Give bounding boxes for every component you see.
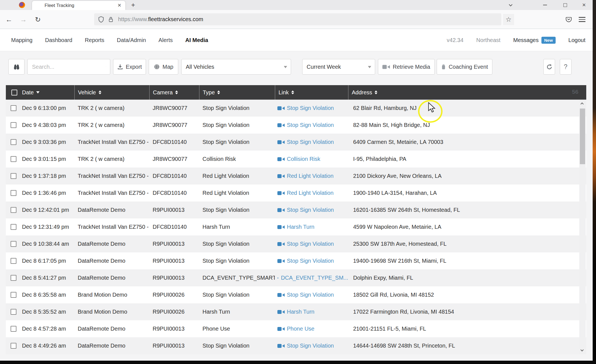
retrieve-media-button[interactable]: Retrieve Media	[378, 59, 435, 75]
select-all-checkbox[interactable]	[6, 90, 19, 95]
tab-close-icon[interactable]: ✕	[118, 3, 121, 8]
row-select-cell[interactable]	[6, 343, 19, 349]
row-select-cell[interactable]	[6, 309, 19, 315]
checkbox[interactable]	[11, 139, 16, 145]
row-select-cell[interactable]	[6, 241, 19, 247]
row-select-cell[interactable]	[6, 190, 19, 196]
row-media-link[interactable]: DCA_EVENT_TYPE_SM...	[275, 275, 348, 281]
row-select-cell[interactable]	[6, 275, 19, 281]
scroll-down-icon[interactable]	[580, 348, 583, 351]
messages-link[interactable]: Messages New	[513, 37, 556, 44]
table-row[interactable]: Dec 8 4:57:28 am DataRemote Demo R9PUI00…	[6, 320, 586, 337]
table-row[interactable]: Dec 8 6:35:58 am Brand Motion Demo R9PUI…	[6, 286, 586, 303]
nav-item-reports[interactable]: Reports	[85, 37, 104, 43]
row-select-cell[interactable]	[6, 292, 19, 298]
row-media-link[interactable]: Collision Risk	[275, 156, 348, 162]
back-button[interactable]: ←	[3, 14, 14, 25]
search-icon[interactable]	[106, 63, 106, 70]
bookmark-star-icon[interactable]: ☆	[503, 14, 514, 25]
minimize-button[interactable]	[539, 0, 551, 10]
table-row[interactable]: Dec 8 4:49:26 am DataRemote Demo R9PUI00…	[6, 337, 586, 354]
row-media-link[interactable]: Harsh Turn	[275, 224, 348, 230]
checkbox[interactable]	[11, 309, 16, 315]
firefox-icon[interactable]	[19, 2, 25, 8]
table-row[interactable]: Dec 9 1:37:18 pm TrackNet Install Van EZ…	[6, 168, 586, 185]
row-media-link[interactable]: Stop Sign Violation	[275, 139, 348, 145]
row-select-cell[interactable]	[6, 207, 19, 213]
tab-list-button[interactable]	[505, 0, 516, 10]
map-button[interactable]: Map	[149, 59, 178, 75]
maximize-button[interactable]	[559, 0, 571, 10]
checkbox[interactable]	[11, 207, 16, 213]
lock-icon[interactable]	[108, 16, 114, 23]
nav-item-dashboard[interactable]: Dashboard	[45, 37, 72, 43]
help-button[interactable]: ?	[560, 59, 571, 75]
find-button[interactable]	[8, 59, 25, 75]
checkbox[interactable]	[11, 105, 16, 111]
row-media-link[interactable]: Red Light Violation	[275, 173, 348, 179]
column-header-address[interactable]: Address	[348, 85, 586, 100]
url-bar[interactable]: https://www.fleettrackservices.com	[94, 13, 501, 25]
row-media-link[interactable]: Stop Sign Violation	[275, 122, 348, 128]
column-header-date[interactable]: Date	[19, 85, 74, 100]
row-media-link[interactable]: Stop Sign Violation	[275, 258, 348, 264]
search-input[interactable]	[28, 64, 106, 70]
row-media-link[interactable]: Harsh Turn	[275, 309, 348, 315]
row-media-link[interactable]: Red Light Violation	[275, 190, 348, 196]
nav-item-alerts[interactable]: Alerts	[158, 37, 173, 43]
row-select-cell[interactable]	[6, 224, 19, 230]
row-media-link[interactable]: Stop Sign Violation	[275, 241, 348, 247]
pocket-icon[interactable]	[563, 14, 574, 25]
menu-icon[interactable]	[576, 14, 588, 25]
table-row[interactable]: Dec 9 10:38:44 am DataRemote Demo R9PUI0…	[6, 235, 586, 252]
row-select-cell[interactable]	[6, 258, 19, 264]
checkbox[interactable]	[11, 224, 16, 230]
reload-button[interactable]: ↻	[32, 14, 43, 25]
row-select-cell[interactable]	[6, 122, 19, 128]
forward-button[interactable]: →	[18, 14, 29, 25]
row-media-link[interactable]: Stop Sign Violation	[275, 207, 348, 213]
table-row[interactable]: Dec 8 5:35:52 am Brand Motion Demo R9PUI…	[6, 303, 586, 320]
checkbox[interactable]	[11, 258, 16, 264]
nav-item-ai-media[interactable]: AI Media	[185, 37, 208, 43]
region-label[interactable]: Northeast	[476, 37, 500, 43]
table-row[interactable]: Dec 8 5:41:27 pm DataRemote Demo R9PUI00…	[6, 269, 586, 286]
coaching-event-button[interactable]: Coaching Event	[437, 59, 492, 75]
column-header-link[interactable]: Link	[275, 85, 348, 100]
row-media-link[interactable]: Stop Sign Violation	[275, 292, 348, 298]
export-button[interactable]: Export	[113, 59, 146, 75]
table-scrollbar[interactable]	[579, 100, 586, 354]
row-select-cell[interactable]	[6, 105, 19, 111]
row-select-cell[interactable]	[6, 173, 19, 179]
table-row[interactable]: Dec 9 6:13:00 pm TRK 2 ( w camera) JR8WC…	[6, 100, 586, 117]
table-row[interactable]: Dec 9 4:38:03 pm TRK 2 ( w camera) JR8WC…	[6, 117, 586, 134]
row-select-cell[interactable]	[6, 156, 19, 162]
nav-item-mapping[interactable]: Mapping	[11, 37, 33, 43]
checkbox[interactable]	[11, 275, 16, 281]
checkbox[interactable]	[11, 343, 16, 349]
checkbox[interactable]	[11, 326, 16, 332]
column-header-camera[interactable]: Camera	[149, 85, 199, 100]
checkbox[interactable]	[11, 241, 16, 247]
column-header-type[interactable]: Type	[199, 85, 275, 100]
refresh-button[interactable]	[543, 59, 555, 75]
table-row[interactable]: Dec 9 12:31:49 pm TrackNet Install Van E…	[6, 218, 586, 235]
table-row[interactable]: Dec 9 12:42:01 pm DataRemote Demo R9PUI0…	[6, 201, 586, 218]
nav-item-data-admin[interactable]: Data/Admin	[117, 37, 146, 43]
row-media-link[interactable]: Phone Use	[275, 326, 348, 332]
logout-link[interactable]: Logout	[568, 37, 585, 43]
table-row[interactable]: Dec 9 3:03:36 pm TrackNet Install Van EZ…	[6, 134, 586, 151]
new-tab-button[interactable]: +	[129, 0, 137, 10]
close-button[interactable]: ×	[578, 0, 590, 10]
scroll-up-icon[interactable]	[580, 102, 583, 105]
checkbox[interactable]	[11, 190, 16, 196]
checkbox[interactable]	[11, 173, 16, 179]
table-row[interactable]: Dec 9 3:01:15 pm TRK 2 ( w camera) JR8WC…	[6, 151, 586, 168]
shield-icon[interactable]	[98, 16, 104, 23]
row-media-link[interactable]: Stop Sign Violation	[275, 105, 348, 111]
vehicle-filter-select[interactable]: All Vehicles	[181, 59, 291, 75]
checkbox[interactable]	[11, 292, 16, 298]
scrollbar-thumb[interactable]	[580, 109, 585, 164]
date-filter-select[interactable]: Current Week	[302, 59, 375, 75]
checkbox[interactable]	[11, 156, 16, 162]
